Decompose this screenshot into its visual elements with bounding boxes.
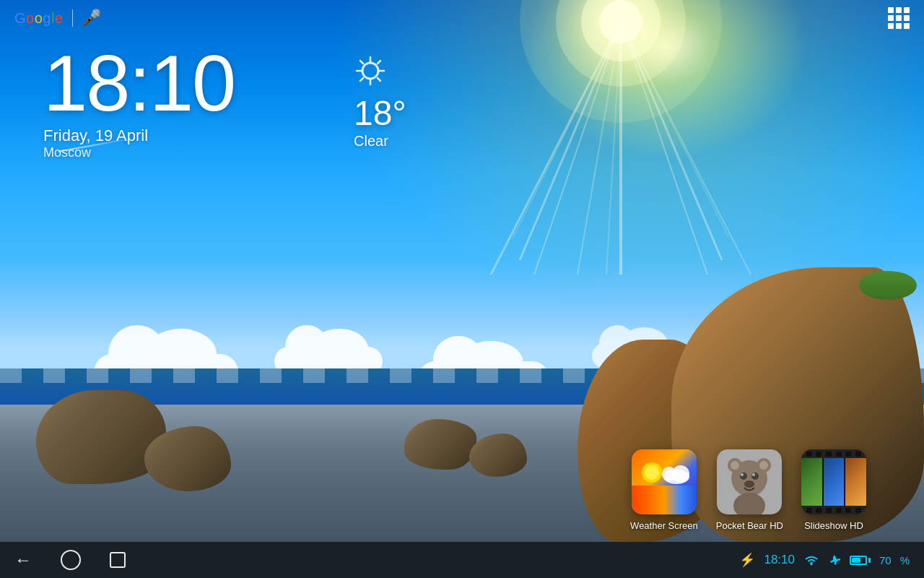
film-strip-top	[801, 449, 866, 458]
status-right: ⚡ 18:10 70%	[739, 552, 910, 568]
film-frame-2	[824, 458, 845, 506]
app-item-slideshow[interactable]: Slideshow HD	[801, 449, 866, 531]
svg-line-24	[360, 78, 363, 81]
svg-point-40	[740, 473, 747, 480]
weather-description: Clear	[354, 133, 406, 150]
wifi-icon	[803, 554, 819, 566]
svg-rect-25	[632, 449, 697, 514]
film-hole	[816, 452, 821, 457]
sun-rays	[476, 0, 765, 275]
clock-widget[interactable]: 18:10 Friday, 19 April Moscow	[43, 43, 235, 160]
weather-screen-svg	[632, 449, 697, 514]
clock-location: Moscow	[43, 145, 235, 160]
pocket-bear-label: Pocket Bear HD	[716, 520, 783, 531]
rock-4	[469, 434, 527, 477]
top-bar: Google 🎤	[0, 0, 924, 36]
battery-icon	[850, 556, 871, 565]
clock-date: Friday, 19 April	[43, 126, 235, 145]
battery-body	[850, 556, 867, 565]
airplane-icon	[828, 553, 841, 566]
battery-percent: 70	[879, 554, 892, 566]
film-hole	[826, 508, 832, 513]
weather-temperature: 18°	[354, 95, 406, 133]
weather-screen-icon[interactable]	[632, 449, 697, 514]
svg-rect-31	[632, 491, 697, 499]
nav-buttons: ←	[14, 550, 126, 570]
grid-dot	[896, 15, 902, 21]
apps-grid-icon[interactable]	[888, 7, 910, 29]
google-logo[interactable]: Google 🎤	[14, 9, 101, 27]
home-button[interactable]	[61, 550, 81, 570]
grid-dot	[896, 7, 902, 13]
film-strip-bottom	[801, 506, 866, 514]
film-frames	[801, 458, 866, 506]
pocket-bear-icon[interactable]	[717, 449, 782, 514]
svg-point-43	[741, 473, 744, 476]
pocket-bear-svg	[717, 449, 782, 514]
svg-line-23	[378, 61, 380, 64]
film-hole	[855, 508, 861, 513]
svg-point-42	[744, 480, 754, 488]
film-hole	[845, 508, 851, 513]
svg-point-44	[752, 473, 755, 476]
svg-point-38	[731, 461, 739, 470]
weather-screen-label: Weather Screen	[630, 520, 698, 531]
svg-point-27	[645, 465, 659, 480]
grid-dot	[888, 7, 894, 13]
status-time: 18:10	[764, 553, 795, 567]
sun-rays-svg	[476, 0, 765, 275]
film-hole	[806, 508, 812, 513]
weather-widget[interactable]: 18° Clear	[354, 54, 406, 150]
film-frame-3	[845, 458, 866, 506]
grid-dot	[904, 15, 910, 21]
film-frame-1	[801, 458, 822, 506]
grid-dot	[888, 15, 894, 21]
weather-sun-icon	[354, 54, 387, 87]
recent-apps-button[interactable]	[110, 552, 126, 568]
film-hole	[816, 508, 821, 513]
battery-percent-sign: %	[900, 554, 910, 566]
svg-point-39	[759, 461, 768, 470]
film-hole	[836, 452, 842, 457]
google-text: Google	[14, 10, 64, 27]
rock-3	[404, 419, 476, 470]
grid-dot	[896, 23, 902, 29]
weather-screen-icon-graphic	[632, 449, 697, 514]
slideshow-hd-icon[interactable]	[801, 449, 866, 514]
svg-point-30	[672, 465, 689, 483]
back-button[interactable]: ←	[14, 550, 32, 570]
film-hole	[826, 452, 832, 457]
film-hole	[806, 452, 812, 457]
svg-rect-33	[632, 506, 697, 514]
app-item-pocket-bear[interactable]: Pocket Bear HD	[716, 449, 783, 531]
svg-point-16	[362, 63, 378, 79]
clock-time: 18:10	[43, 43, 235, 123]
app-item-weather-screen[interactable]: Weather Screen	[630, 449, 698, 531]
slideshow-icon-graphic	[801, 449, 866, 514]
svg-line-22	[378, 78, 380, 81]
grid-dot	[904, 7, 910, 13]
app-dock: Weather Screen	[630, 449, 866, 531]
grid-dot	[888, 23, 894, 29]
film-hole	[836, 508, 842, 513]
usb-icon: ⚡	[739, 552, 755, 568]
svg-rect-32	[632, 499, 697, 506]
svg-line-21	[360, 61, 363, 64]
microphone-icon[interactable]: 🎤	[82, 9, 101, 27]
film-hole	[855, 452, 861, 457]
svg-point-41	[751, 473, 759, 480]
status-bar: ← ⚡ 18:10 70%	[0, 542, 924, 578]
slideshow-hd-label: Slideshow HD	[804, 520, 863, 531]
battery-fill	[852, 558, 860, 563]
logo-divider	[72, 9, 73, 27]
battery-tip	[868, 558, 871, 563]
film-hole	[845, 452, 851, 457]
grid-dot	[904, 23, 910, 29]
